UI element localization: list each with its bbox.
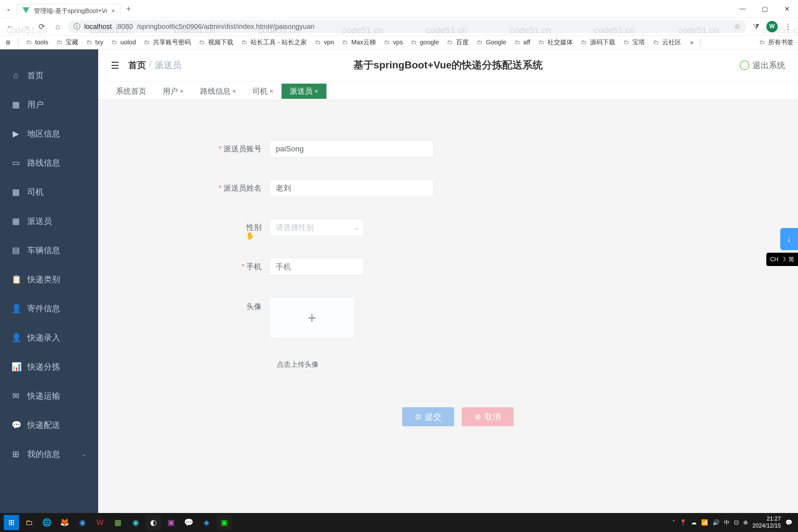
bookmark-item[interactable]: 🗀vpn <box>315 38 334 46</box>
sidebar-label: 车辆信息 <box>27 245 60 256</box>
start-button[interactable]: ⊞ <box>4 515 19 530</box>
bookmark-item[interactable]: 🗀aff <box>514 38 530 46</box>
sidebar-item[interactable]: 📋快递类别 <box>0 265 98 294</box>
sidebar-icon: 👤 <box>12 333 20 343</box>
tab-close-icon[interactable]: × <box>111 7 115 15</box>
gender-select[interactable]: 请选择性别 <box>269 218 364 236</box>
bookmark-item[interactable]: 🗀站长工具 - 站长之家 <box>241 38 307 46</box>
address-bar[interactable]: ⓘ localhost:8080/springboot6c5n0906/admi… <box>68 20 746 33</box>
bookmark-item[interactable]: 🗀uolod <box>111 38 136 46</box>
bookmark-item[interactable]: 🗀google <box>411 38 439 46</box>
bookmark-item[interactable]: 🗀云社区 <box>653 38 681 46</box>
bookmark-overflow[interactable]: » <box>690 39 694 46</box>
task-edge[interactable]: ◉ <box>128 515 143 530</box>
sidebar-item[interactable]: ▤车辆信息 <box>0 235 98 265</box>
cancel-button[interactable]: ⊗取消 <box>462 407 514 426</box>
nav-forward-button[interactable]: → <box>20 21 32 32</box>
task-wechat[interactable]: 💬 <box>181 515 196 530</box>
submit-button[interactable]: ⊘提交 <box>402 407 454 426</box>
page-tab[interactable]: 路线信息× <box>192 83 245 99</box>
bookmark-item[interactable]: 🗀共享账号密码 <box>144 38 191 46</box>
sidebar-item[interactable]: ⊞我的信息⌄ <box>0 439 98 469</box>
phone-input[interactable] <box>269 258 364 276</box>
bookmark-item[interactable]: 🗀Max云梯 <box>342 38 376 46</box>
task-wps[interactable]: W <box>93 515 108 530</box>
site-info-icon[interactable]: ⓘ <box>74 22 80 31</box>
tray-cloud-icon[interactable]: ☁ <box>691 519 697 526</box>
bookmark-item[interactable]: 🗀源码下载 <box>581 38 615 46</box>
sidebar-icon: ▦ <box>12 187 20 197</box>
tray-up-icon[interactable]: ˄ <box>672 519 675 526</box>
tray-location-icon[interactable]: 📍 <box>680 519 686 526</box>
tray-icon2[interactable]: ⊕ <box>743 519 748 526</box>
bookmark-item[interactable]: 🗀宝藏 <box>56 38 78 46</box>
bookmark-item[interactable]: 🗀视频下载 <box>198 38 233 46</box>
sidebar-item[interactable]: ▶地区信息 <box>0 119 98 148</box>
page-tab[interactable]: 用户× <box>154 83 192 99</box>
tab-search-dropdown[interactable]: ⌄ <box>0 6 17 12</box>
task-app2[interactable]: ▦ <box>110 515 126 530</box>
avatar-upload[interactable]: + <box>269 297 355 338</box>
task-firefox[interactable]: 🦊 <box>57 515 72 530</box>
tray-network-icon[interactable]: 📶 <box>701 519 708 526</box>
bookmark-item[interactable]: 🗀宝塔 <box>623 38 645 46</box>
task-app5[interactable]: ◈ <box>199 515 214 530</box>
bookmark-star-icon[interactable]: ☆ <box>734 22 740 31</box>
sidebar-item[interactable]: 👤快递录入 <box>0 323 98 352</box>
task-app4[interactable]: ▣ <box>164 515 178 530</box>
bookmark-item[interactable]: 🗀txy <box>86 38 103 46</box>
account-input[interactable] <box>269 140 434 158</box>
task-chrome[interactable]: 🌐 <box>39 515 55 530</box>
sidebar-icon: 💬 <box>12 420 20 430</box>
sidebar-item[interactable]: 👤寄件信息 <box>0 294 98 323</box>
sidebar-item[interactable]: ▦司机 <box>0 177 98 207</box>
taskbar-clock[interactable]: 21:27 2024/12/15 <box>753 515 781 529</box>
window-maximize-button[interactable]: ▢ <box>754 0 776 18</box>
tab-close-icon[interactable]: × <box>180 88 184 95</box>
bookmark-item[interactable]: 🗀百度 <box>446 38 469 46</box>
sidebar-item[interactable]: 💬快递配送 <box>0 411 98 439</box>
tray-icon1[interactable]: ⊡ <box>734 519 739 526</box>
nav-home-button[interactable]: ⌂ <box>52 21 63 32</box>
sidebar-item[interactable]: ▦派送员 <box>0 207 98 235</box>
sidebar-item[interactable]: ▦用户 <box>0 90 98 119</box>
profile-avatar[interactable]: W <box>766 21 778 32</box>
sidebar-item[interactable]: ⌂首页 <box>0 61 98 90</box>
page-tab[interactable]: 系统首页 <box>108 83 154 99</box>
nav-back-button[interactable]: ← <box>4 21 16 32</box>
new-tab-button[interactable]: + <box>121 4 136 14</box>
window-close-button[interactable]: ✕ <box>776 0 798 18</box>
sidebar-item[interactable]: ✉快递运输 <box>0 381 98 411</box>
nav-reload-button[interactable]: ⟳ <box>36 21 48 32</box>
bookmark-item[interactable]: 🗀tools <box>26 38 49 46</box>
breadcrumb-home[interactable]: 首页 <box>128 59 146 71</box>
page-tab[interactable]: 派送员× <box>282 83 326 99</box>
download-float-button[interactable]: ↓ <box>780 228 798 250</box>
sidebar-item[interactable]: ▭路线信息 <box>0 148 98 177</box>
task-ide[interactable]: ▣ <box>216 515 232 530</box>
task-explorer[interactable]: 🗀 <box>21 515 37 530</box>
browser-tab[interactable]: 管理端-基于springBoot+Vue的 × <box>17 4 121 18</box>
tab-close-icon[interactable]: × <box>315 88 318 95</box>
name-input[interactable] <box>269 179 434 197</box>
tab-close-icon[interactable]: × <box>269 88 273 95</box>
bookmark-item[interactable]: 🗀Google <box>476 38 506 46</box>
window-minimize-button[interactable]: — <box>732 0 754 18</box>
browser-menu-icon[interactable]: ⋮ <box>782 21 794 32</box>
ime-indicator[interactable]: CH☽简 <box>766 253 798 266</box>
tray-notif-icon[interactable]: 💬 <box>785 519 792 526</box>
task-app3[interactable]: ◐ <box>146 515 161 530</box>
sidebar-item[interactable]: 📊快递分拣 <box>0 352 98 381</box>
sidebar-toggle-button[interactable]: ☰ <box>111 60 119 71</box>
tray-volume-icon[interactable]: 🔊 <box>712 519 720 526</box>
page-tab[interactable]: 司机× <box>244 83 282 99</box>
bookmark-item[interactable]: 🗀社交媒体 <box>538 38 573 46</box>
task-app1[interactable]: ◉ <box>75 515 90 530</box>
tab-close-icon[interactable]: × <box>232 88 236 95</box>
extensions-icon[interactable]: ⧩ <box>750 21 762 32</box>
all-bookmarks[interactable]: 🗀所有书签 <box>759 38 794 46</box>
logout-button[interactable]: 退出系统 <box>740 60 785 71</box>
bookmark-item[interactable]: 🗀vps <box>383 38 403 46</box>
apps-shortcut[interactable]: ⊞ <box>4 39 12 46</box>
tray-lang[interactable]: 中 <box>724 519 729 526</box>
